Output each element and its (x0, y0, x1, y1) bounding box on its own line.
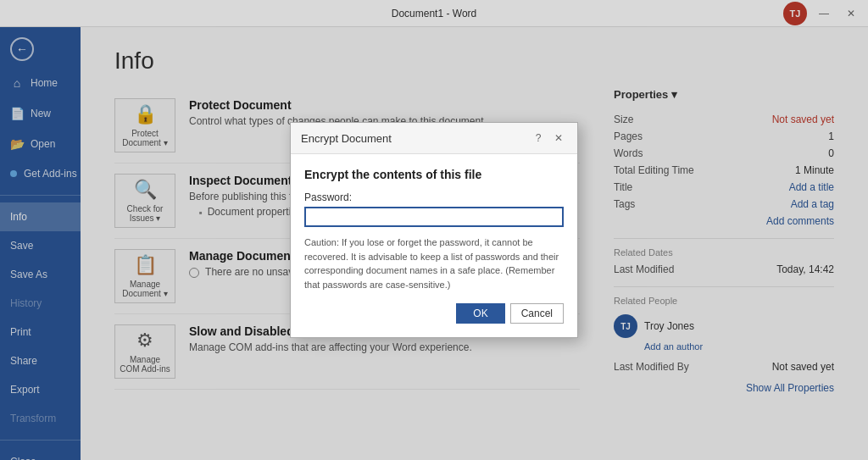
dialog-title: Encrypt Document (301, 132, 392, 145)
password-label: Password: (304, 191, 564, 203)
cancel-button[interactable]: Cancel (510, 303, 564, 324)
dialog-close-button[interactable]: ✕ (550, 130, 567, 147)
dialog-heading: Encrypt the contents of this file (304, 168, 564, 181)
encrypt-dialog: Encrypt Document ? ✕ Encrypt the content… (290, 122, 578, 338)
password-input[interactable] (304, 207, 564, 227)
dialog-buttons: OK Cancel (304, 303, 564, 324)
dialog-body: Encrypt the contents of this file Passwo… (291, 154, 577, 337)
ok-button[interactable]: OK (456, 303, 504, 324)
dialog-titlebar: Encrypt Document ? ✕ (291, 123, 577, 154)
dialog-controls: ? ✕ (530, 130, 567, 147)
dialog-help-button[interactable]: ? (530, 130, 547, 147)
dialog-overlay: Encrypt Document ? ✕ Encrypt the content… (0, 0, 868, 460)
caution-text: Caution: If you lose or forget the passw… (304, 236, 564, 291)
